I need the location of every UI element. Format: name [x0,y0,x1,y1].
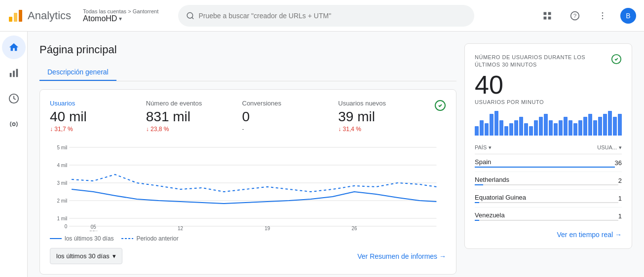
country-name: Venezuela [475,211,618,221]
country-value: 1 [618,195,622,202]
sidebar-item-reports[interactable] [2,61,26,85]
country-col-header[interactable]: PAÍS ▾ [475,144,492,151]
realtime-footer: Ver en tiempo real → [475,231,622,239]
account-name[interactable]: AtomoHD ▾ [83,14,158,23]
header: Analytics Todas las cuentas > Gantorrent… [0,0,644,32]
metric-conversions-value: 0 [242,109,327,125]
date-chevron-icon: ▾ [113,252,116,260]
grid-icon-button[interactable] [537,6,557,26]
svg-text:19: 19 [265,226,270,231]
bar-item [524,123,528,136]
sidebar-item-realtime[interactable] [2,87,26,110]
country-name: Spain [475,158,615,168]
search-input[interactable] [198,12,466,20]
bar-item [593,120,597,136]
metrics-row: Usuarios 40 mil ↓ 31,7 % Número de event… [50,100,446,133]
metric-users: Usuarios 40 mil ↓ 31,7 % [50,100,146,133]
avatar[interactable]: B [620,8,636,24]
country-value: 1 [618,212,622,220]
data-verified-icon [434,100,446,133]
date-filter-button[interactable]: los últimos 30 días ▾ [50,248,122,264]
bar-item [618,114,622,136]
bar-item [480,120,484,136]
legend-current: los últimos 30 días [50,235,114,242]
legend-previous: Periodo anterior [121,235,178,242]
bar-item [499,120,503,136]
country-bar-container [475,184,618,185]
metric-conversions-label: Conversiones [242,100,327,107]
bar-chart-icon [8,68,19,78]
main-card: Usuarios 40 mil ↓ 31,7 % Número de event… [39,89,456,275]
logo-container: Analytics [8,8,71,24]
svg-text:3 mil: 3 mil [57,180,68,186]
svg-point-18 [12,123,15,126]
country-table-header: PAÍS ▾ USUA... ▾ [475,141,622,154]
bar-item [534,120,538,136]
legend-dashed-icon [121,237,133,241]
svg-text:1 mil: 1 mil [57,216,68,221]
tab-overview[interactable]: Descripción general [39,64,116,81]
realtime-bar-chart [475,111,622,136]
country-row: Spain 36 [475,154,622,172]
svg-line-4 [192,17,193,19]
main-section: Página principal Descripción general Usu… [39,43,456,275]
bar-item [559,120,563,136]
main-content: Página principal Descripción general Usu… [28,32,644,277]
country-bar-fill [475,184,483,185]
country-bar-container [475,167,615,168]
more-vert-icon-button[interactable] [593,6,612,26]
bar-item [554,123,558,136]
metric-users-change: ↓ 31,7 % [50,126,134,133]
chevron-down-icon: ▾ [119,15,122,22]
country-bar-container [475,202,618,203]
bar-item [588,114,592,136]
right-panel: NÚMERO DE USUARIOS DURANTE LOS ÚLTIMOS 3… [464,43,632,275]
svg-rect-16 [16,69,18,77]
users-sort-icon: ▾ [619,144,622,151]
bar-item [485,123,489,136]
metric-events-change: ↓ 23,8 % [146,126,230,133]
country-name: Equatorial Guinea [475,194,618,203]
country-value: 2 [618,177,622,184]
bar-item [544,114,548,136]
metric-users-label: Usuarios [50,100,134,107]
svg-text:2 mil: 2 mil [57,198,68,204]
legend-solid-line [50,238,62,239]
country-row: Equatorial Guinea 1 [475,190,622,208]
country-row: Netherlands 2 [475,172,622,190]
country-row: Venezuela 1 [475,208,622,225]
realtime-link[interactable]: Ver en tiempo real → [557,231,622,239]
metric-new-users-label: Usuarios nuevos [338,100,422,107]
users-col-header[interactable]: USUA... ▾ [597,144,622,151]
users-label: USUA... [597,144,617,150]
bar-item [598,117,602,136]
realtime-title: NÚMERO DE USUARIOS DURANTE LOS ÚLTIMOS 3… [475,54,611,69]
country-table-body: Spain 36 Netherlands 2 Equatorial Guinea [475,154,622,225]
bar-item [608,111,612,136]
breadcrumb: Todas las cuentas > Gantorrent AtomoHD ▾ [83,8,158,23]
reports-link-label: Ver Resumen de informes → [357,252,446,260]
svg-rect-6 [548,12,551,15]
reports-link[interactable]: Ver Resumen de informes → [357,252,446,260]
tabs: Descripción general [39,64,456,81]
legend-current-label: los últimos 30 días [65,235,114,242]
breadcrumb-top: Todas las cuentas > Gantorrent [83,8,158,14]
bar-item [475,126,479,136]
search-bar[interactable] [178,5,474,27]
sidebar-item-home[interactable] [2,35,26,59]
svg-text:?: ? [573,12,577,19]
help-icon-button[interactable]: ? [565,6,585,26]
analytics-logo-icon [8,8,24,24]
realtime-card: NÚMERO DE USUARIOS DURANTE LOS ÚLTIMOS 3… [464,43,632,249]
country-bar-container [475,220,618,221]
realtime-icon [8,93,19,104]
svg-rect-2 [19,10,22,22]
legend-previous-label: Periodo anterior [136,235,178,242]
chart-svg: 5 mil 4 mil 3 mil 2 mil 1 mil 0 05 nov 1… [50,142,446,231]
bar-item [494,111,498,136]
svg-text:4 mil: 4 mil [57,163,68,168]
svg-point-3 [187,12,192,18]
help-icon: ? [570,11,580,21]
metric-new-users-value: 39 mil [338,109,422,125]
sidebar-item-audience[interactable] [2,112,26,136]
